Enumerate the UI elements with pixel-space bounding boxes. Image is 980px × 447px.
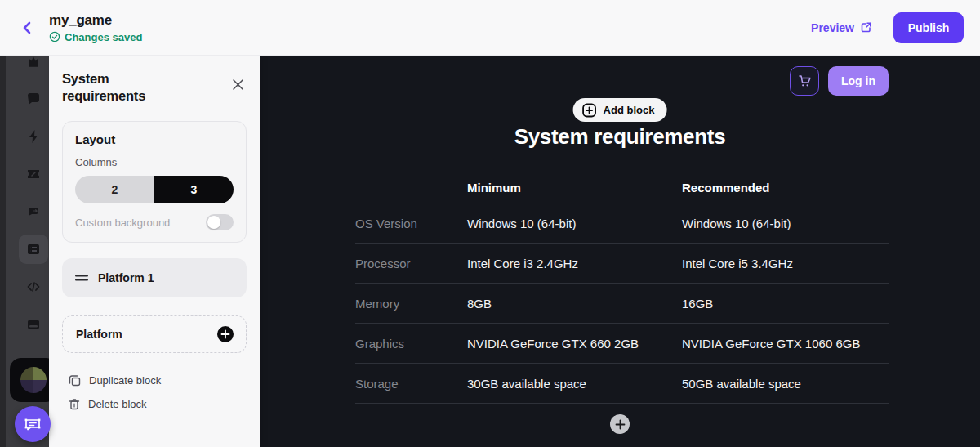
table-header-row: Minimum Recommended <box>355 172 889 203</box>
page-preview: Log in Add block System requirements Min… <box>260 56 980 447</box>
custom-background-label: Custom background <box>75 217 170 229</box>
status-text: Changes saved <box>65 31 142 43</box>
coupon-icon[interactable] <box>19 159 48 189</box>
platform-item[interactable]: Platform 1 <box>62 258 247 297</box>
row-recommended-value: 16GB <box>682 297 889 311</box>
game-editor-app: my_game Changes saved Preview Publish <box>0 0 980 447</box>
lightning-icon[interactable] <box>19 122 48 151</box>
publish-button[interactable]: Publish <box>893 12 964 43</box>
row-recommended-value: 50GB available space <box>682 377 889 391</box>
toggle-knob <box>207 216 220 229</box>
external-link-icon <box>860 21 872 34</box>
block-settings-panel: System requirements Layout Columns 2 3 C… <box>49 56 260 447</box>
code-icon[interactable] <box>19 272 48 302</box>
title-block: my_game Changes saved <box>49 12 142 43</box>
row-minimum-value: Intel Core i3 2.4GHz <box>467 257 682 270</box>
save-status: Changes saved <box>49 31 142 43</box>
table-row[interactable]: Processor Intel Core i3 2.4GHz Intel Cor… <box>355 244 889 284</box>
row-recommended-value: Windows 10 (64-bit) <box>682 217 889 230</box>
layout-card: Layout Columns 2 3 Custom background <box>62 121 247 243</box>
game-logo-avatar <box>20 367 47 393</box>
column-header-minimum: Minimum <box>467 181 682 194</box>
custom-background-row: Custom background <box>75 214 234 230</box>
preview-header-actions: Log in <box>790 66 889 96</box>
cart-button[interactable] <box>790 66 819 96</box>
columns-segmented-control: 2 3 <box>75 176 234 203</box>
feedback-icon[interactable] <box>19 197 48 226</box>
trash-icon <box>69 398 80 410</box>
delete-block-label: Delete block <box>88 398 147 410</box>
add-platform-label: Platform <box>76 328 122 341</box>
login-button[interactable]: Log in <box>828 66 889 96</box>
check-circle-icon <box>49 31 60 42</box>
row-recommended-value: Intel Core i5 3.4GHz <box>682 257 889 270</box>
layout-card-title: Layout <box>75 132 234 146</box>
plus-icon <box>615 419 626 430</box>
row-minimum-value: 30GB available space <box>467 377 682 391</box>
chevron-left-icon <box>21 21 33 34</box>
row-minimum-value: Windows 10 (64-bit) <box>467 217 682 230</box>
back-button[interactable] <box>13 14 41 42</box>
add-block-label: Add block <box>604 104 655 116</box>
table-row[interactable]: Storage 30GB available space 50GB availa… <box>355 364 889 404</box>
row-label: Processor <box>355 257 467 270</box>
platform-item-label: Platform 1 <box>98 271 154 284</box>
drag-handle-icon <box>75 274 88 282</box>
add-block-button[interactable]: Add block <box>573 98 667 122</box>
duplicate-block-label: Duplicate block <box>89 374 161 387</box>
list-icon[interactable] <box>19 235 48 264</box>
row-recommended-value: NVIDIA GeForce GTX 1060 6GB <box>682 337 889 351</box>
browser-icon[interactable] <box>19 310 48 339</box>
topbar-actions: Preview Publish <box>811 12 980 43</box>
table-row[interactable]: Graphics NVIDIA GeForce GTX 660 2GB NVID… <box>355 324 889 364</box>
duplicate-block-button[interactable]: Duplicate block <box>69 374 161 387</box>
custom-background-toggle[interactable] <box>206 214 234 230</box>
comment-icon[interactable] <box>19 84 48 114</box>
section-heading: System requirements <box>260 124 980 150</box>
delete-block-button[interactable]: Delete block <box>69 398 147 410</box>
requirements-table: Minimum Recommended OS Version Windows 1… <box>355 172 889 404</box>
columns-option-3[interactable]: 3 <box>154 176 234 203</box>
row-minimum-value: 8GB <box>467 297 682 311</box>
preview-label: Preview <box>811 21 854 34</box>
chat-widget-button[interactable] <box>15 406 51 442</box>
page-title: my_game <box>49 12 142 29</box>
add-platform-button[interactable]: Platform <box>62 315 247 353</box>
plus-square-icon <box>582 103 597 118</box>
row-label: Storage <box>355 377 467 391</box>
columns-label: Columns <box>75 156 234 168</box>
column-header-recommended: Recommended <box>682 181 889 194</box>
topbar: my_game Changes saved Preview Publish <box>0 0 980 56</box>
table-row[interactable]: OS Version Windows 10 (64-bit) Windows 1… <box>355 203 889 244</box>
cart-icon <box>797 74 812 88</box>
row-label: Memory <box>355 297 467 311</box>
close-icon <box>232 78 244 91</box>
row-label: Graphics <box>355 337 467 351</box>
columns-option-2[interactable]: 2 <box>75 176 154 203</box>
chat-bubble-icon <box>23 414 42 434</box>
row-minimum-value: NVIDIA GeForce GTX 660 2GB <box>467 337 682 351</box>
duplicate-icon <box>69 374 81 387</box>
panel-title: System requirements <box>62 70 185 104</box>
plus-circle-icon <box>216 325 234 343</box>
preview-button[interactable]: Preview <box>811 21 872 34</box>
add-section-button[interactable] <box>610 414 630 434</box>
table-row[interactable]: Memory 8GB 16GB <box>355 284 889 324</box>
close-panel-button[interactable] <box>229 75 247 93</box>
block-icon-list <box>19 47 48 339</box>
row-label: OS Version <box>355 217 467 230</box>
